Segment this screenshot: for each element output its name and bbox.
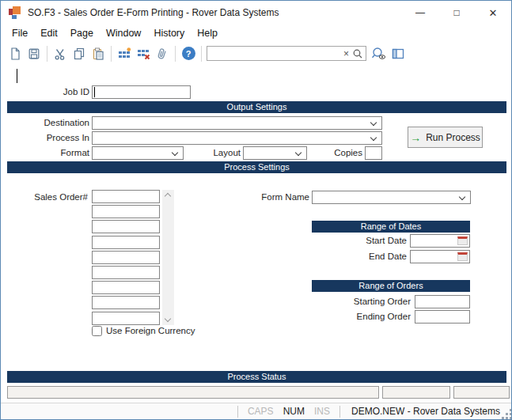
toolbar-separator — [111, 46, 112, 62]
toolbar-separator — [201, 46, 202, 62]
format-value — [93, 150, 95, 160]
copies-input[interactable] — [365, 146, 382, 160]
window-controls: — □ ✕ — [402, 1, 511, 25]
text-caret — [17, 69, 17, 83]
title-bar: SO.F3 - Sales Order E-Form Printing - Ro… — [1, 1, 511, 25]
process-status-header: Process Status — [7, 371, 506, 383]
end-date-label: End Date — [333, 250, 407, 263]
status-bar: CAPS NUM INS DEMO.NEW - Rover Data Syste… — [1, 403, 511, 419]
process-in-label: Process In — [9, 131, 89, 145]
search-icon[interactable] — [352, 48, 366, 59]
format-dropdown[interactable] — [92, 146, 184, 160]
app-icon-orange-square — [13, 6, 21, 14]
menu-window[interactable]: Window — [100, 25, 147, 42]
delete-rows-icon[interactable] — [134, 44, 153, 63]
copy-icon[interactable] — [70, 44, 89, 63]
sales-order-input-1[interactable] — [92, 190, 160, 203]
job-id-input[interactable] — [92, 85, 191, 99]
run-arrow-icon: → — [410, 132, 421, 143]
start-date-label: Start Date — [333, 234, 407, 248]
use-foreign-currency-label: Use Foreign Currency — [106, 325, 195, 336]
sales-order-scrollbar[interactable] — [162, 190, 174, 325]
layout-dropdown[interactable] — [243, 146, 307, 160]
format-label: Format — [9, 146, 89, 160]
sales-order-input-2[interactable] — [92, 205, 160, 218]
cut-icon[interactable] — [51, 44, 70, 63]
input-caret — [94, 87, 95, 97]
ending-order-input[interactable] — [415, 310, 470, 324]
sales-order-input-6[interactable] — [92, 266, 160, 279]
start-date-input[interactable] — [410, 234, 470, 248]
close-button[interactable]: ✕ — [475, 1, 511, 25]
paste-icon[interactable] — [89, 44, 108, 63]
ending-order-label: Ending Order — [332, 310, 411, 324]
sales-order-label: Sales Order# — [9, 191, 88, 204]
menu-bar: File Edit Page Window History Help — [1, 25, 511, 42]
sales-order-input-9[interactable] — [92, 312, 160, 325]
layout-value — [244, 150, 246, 160]
minimize-button[interactable]: — — [402, 1, 438, 25]
sales-order-input-8[interactable] — [92, 296, 160, 309]
sales-order-input-5[interactable] — [92, 251, 160, 264]
insert-rows-icon[interactable] — [115, 44, 134, 63]
layout-label: Layout — [191, 146, 241, 160]
process-status-field-main — [7, 386, 379, 399]
destination-value — [93, 120, 95, 130]
start-date-value — [411, 238, 413, 248]
save-icon[interactable] — [25, 44, 44, 63]
scroll-up-icon[interactable] — [165, 193, 171, 199]
chevron-down-icon — [459, 194, 465, 200]
search-input[interactable] — [207, 47, 340, 59]
use-foreign-currency-checkbox[interactable] — [92, 326, 102, 336]
process-settings-header: Process Settings — [7, 161, 506, 173]
calendar-icon[interactable] — [457, 252, 468, 261]
sales-order-list — [92, 190, 160, 327]
end-date-input[interactable] — [410, 250, 470, 263]
form-name-dropdown[interactable] — [312, 191, 471, 204]
range-of-orders-header: Range of Orders — [312, 280, 470, 292]
calendar-icon[interactable] — [457, 236, 468, 245]
window-layout-icon[interactable] — [389, 44, 408, 63]
app-icon-blue-square — [12, 15, 17, 19]
app-window: SO.F3 - Sales Order E-Form Printing - Ro… — [0, 0, 512, 420]
process-in-dropdown[interactable] — [92, 131, 382, 145]
resize-grip[interactable] — [506, 413, 508, 415]
menu-help[interactable]: Help — [191, 25, 224, 42]
help-icon[interactable]: ? — [179, 44, 198, 63]
attach-icon[interactable] — [153, 44, 172, 63]
toolbar-separator — [47, 46, 47, 62]
run-process-button[interactable]: → Run Process — [408, 127, 483, 148]
destination-dropdown[interactable] — [92, 116, 382, 130]
process-in-value — [93, 135, 95, 145]
process-status-field-3 — [453, 386, 510, 399]
process-status-field-2 — [382, 386, 450, 399]
menu-history[interactable]: History — [147, 25, 191, 42]
statusbar-separator — [237, 406, 238, 418]
caps-indicator: CAPS — [243, 406, 279, 417]
app-icon[interactable] — [9, 6, 21, 19]
chevron-down-icon — [295, 149, 302, 156]
menu-page[interactable]: Page — [64, 25, 100, 42]
sales-order-input-3[interactable] — [92, 220, 160, 233]
help-glyph: ? — [182, 47, 195, 60]
scroll-down-icon[interactable] — [165, 316, 171, 322]
statusbar-separator — [339, 406, 340, 418]
maximize-button[interactable]: □ — [438, 1, 475, 25]
find-record-icon[interactable] — [370, 44, 389, 63]
new-document-icon[interactable] — [6, 44, 25, 63]
menu-file[interactable]: File — [6, 25, 34, 42]
toolbar-search-box: × — [207, 46, 366, 61]
search-clear-icon[interactable]: × — [340, 48, 352, 59]
toolbar: ? × — [1, 42, 511, 65]
sales-order-input-7[interactable] — [92, 281, 160, 294]
form-name-label: Form Name — [238, 191, 309, 204]
job-id-label: Job ID — [9, 85, 89, 99]
copies-label: Copies — [312, 146, 362, 160]
starting-order-input[interactable] — [415, 295, 470, 308]
toolbar-separator — [175, 46, 176, 62]
sales-order-input-4[interactable] — [92, 236, 160, 249]
menu-edit[interactable]: Edit — [34, 25, 64, 42]
output-settings-header: Output Settings — [7, 101, 506, 113]
form-name-value — [313, 195, 315, 204]
destination-label: Destination — [9, 116, 89, 130]
